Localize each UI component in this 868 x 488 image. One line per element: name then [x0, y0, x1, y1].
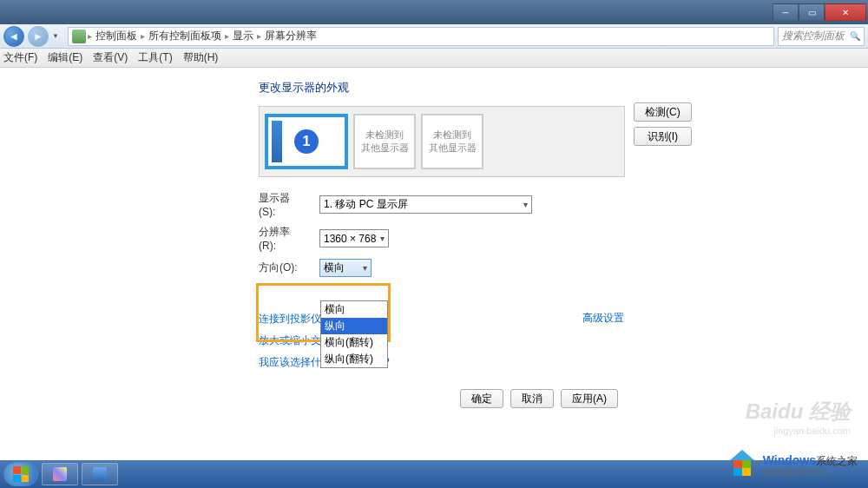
brand-logo: Windows系统之家 www.bjjmlv.com — [727, 450, 858, 481]
taskbar-paint[interactable] — [42, 463, 78, 485]
orientation-select-value: 横向 — [324, 260, 345, 275]
display-select[interactable]: 1. 移动 PC 显示屏 — [319, 195, 532, 214]
watermark-url: jingyan.baidu.com — [773, 425, 851, 436]
breadcrumb[interactable]: ▸ 控制面板 ▸ 所有控制面板项 ▸ 显示 ▸ 屏幕分辨率 — [68, 27, 774, 46]
search-input[interactable]: 搜索控制面板 — [778, 27, 865, 46]
forward-button[interactable]: ► — [28, 26, 49, 47]
display-preview-panel: 1 未检测到 其他显示器 未检测到 其他显示器 — [259, 106, 625, 177]
house-icon — [727, 450, 758, 481]
brand-url-text: www.bjjmlv.com — [763, 467, 858, 477]
chevron-right-icon: ▸ — [141, 31, 145, 41]
minimize-button[interactable]: ─ — [773, 3, 799, 21]
page-title: 更改显示器的外观 — [0, 68, 868, 106]
menu-view[interactable]: 查看(V) — [93, 50, 128, 65]
close-button[interactable]: ✕ — [825, 3, 866, 21]
menu-edit[interactable]: 编辑(E) — [48, 50, 82, 65]
navigation-bar: ◄ ► ▼ ▸ 控制面板 ▸ 所有控制面板项 ▸ 显示 ▸ 屏幕分辨率 搜索控制… — [0, 24, 868, 49]
monitor-1[interactable]: 1 — [265, 114, 348, 169]
resolution-label: 分辨率(R): — [259, 225, 304, 252]
maximize-button[interactable]: ▭ — [799, 3, 825, 21]
control-panel-icon — [93, 467, 107, 481]
projector-link[interactable]: 连接到投影仪 ( — [259, 312, 327, 326]
monitor-undetected[interactable]: 未检测到 其他显示器 — [353, 114, 416, 169]
monitor-undetected[interactable]: 未检测到 其他显示器 — [421, 114, 483, 169]
display-label: 显示器(S): — [259, 191, 304, 218]
monitor-number-badge: 1 — [294, 129, 319, 154]
chevron-right-icon: ▸ — [88, 31, 92, 41]
window-titlebar: ─ ▭ ✕ — [0, 0, 868, 24]
brand-main-text: Windows — [763, 453, 816, 467]
orientation-option-selected[interactable]: 纵向 — [321, 318, 387, 334]
ok-button[interactable]: 确定 — [460, 389, 503, 408]
chevron-right-icon: ▸ — [257, 31, 261, 41]
detect-button[interactable]: 检测(C) — [634, 102, 692, 122]
back-button[interactable]: ◄ — [3, 26, 24, 47]
orientation-label: 方向(O): — [259, 260, 304, 275]
breadcrumb-item[interactable]: 屏幕分辨率 — [263, 29, 319, 43]
windows-logo-icon — [13, 466, 29, 482]
identify-button[interactable]: 识别(I) — [634, 127, 692, 146]
advanced-settings-link[interactable]: 高级设置 — [582, 311, 624, 326]
resolution-select-value: 1360 × 768 — [324, 233, 376, 245]
menu-tools[interactable]: 工具(T) — [138, 50, 172, 65]
paint-icon — [53, 467, 67, 481]
menu-file[interactable]: 文件(F) — [3, 50, 37, 65]
cancel-button[interactable]: 取消 — [510, 389, 554, 408]
taskbar-control-panel[interactable] — [82, 463, 118, 485]
dialog-buttons: 确定 取消 应用(A) — [460, 389, 618, 408]
orientation-option[interactable]: 横向 — [321, 301, 387, 318]
breadcrumb-item[interactable]: 所有控制面板项 — [147, 29, 223, 43]
menu-bar: 文件(F) 编辑(E) 查看(V) 工具(T) 帮助(H) — [0, 49, 868, 68]
history-dropdown-icon[interactable]: ▼ — [52, 32, 64, 40]
orientation-option[interactable]: 横向(翻转) — [321, 334, 387, 351]
watermark-text: Baidu 经验 — [746, 398, 851, 425]
preview-side-buttons: 检测(C) 识别(I) — [634, 102, 692, 146]
orientation-option[interactable]: 纵向(翻转) — [321, 351, 387, 367]
apply-button[interactable]: 应用(A) — [561, 389, 618, 408]
breadcrumb-item[interactable]: 控制面板 — [94, 29, 139, 43]
settings-form: 显示器(S): 1. 移动 PC 显示屏 分辨率(R): 1360 × 768 … — [259, 191, 868, 277]
main-content: 更改显示器的外观 1 未检测到 其他显示器 未检测到 其他显示器 检测(C) 识… — [0, 68, 868, 467]
menu-help[interactable]: 帮助(H) — [183, 50, 219, 65]
start-button[interactable] — [3, 462, 38, 486]
resolution-select[interactable]: 1360 × 768 — [319, 229, 389, 247]
breadcrumb-item[interactable]: 显示 — [231, 29, 255, 43]
search-placeholder: 搜索控制面板 — [782, 29, 845, 43]
brand-cn-text: 系统之家 — [816, 455, 858, 467]
window-controls: ─ ▭ ✕ — [773, 3, 866, 21]
orientation-select[interactable]: 横向 — [319, 259, 372, 277]
chevron-right-icon: ▸ — [225, 31, 229, 41]
display-select-value: 1. 移动 PC 显示屏 — [324, 197, 408, 212]
control-panel-icon — [72, 30, 86, 43]
orientation-dropdown-list: 横向 纵向 横向(翻转) 纵向(翻转) — [320, 300, 388, 368]
